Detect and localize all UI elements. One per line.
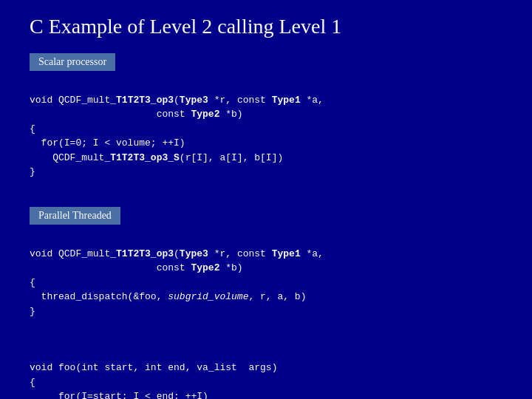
page-title: C Example of Level 2 calling Level 1 bbox=[30, 15, 502, 38]
foo-code: void foo(int start, int end, va_list arg… bbox=[30, 347, 502, 400]
code-line: { bbox=[30, 277, 35, 288]
foo-section: void foo(int start, int end, va_list arg… bbox=[30, 347, 502, 400]
code-line: QCDF_mult_T1T2T3_op3_S(r[I], a[I], b[I]) bbox=[30, 152, 283, 163]
code-line: const Type2 *b) bbox=[30, 262, 243, 273]
code-line: const Type2 *b) bbox=[30, 109, 243, 120]
code-line: void QCDF_mult_T1T2T3_op3(Type3 *r, cons… bbox=[30, 248, 324, 259]
parallel-label: Parallel Threaded bbox=[30, 207, 120, 225]
code-line: } bbox=[30, 166, 35, 177]
code-line: } bbox=[30, 306, 35, 317]
page-container: C Example of Level 2 calling Level 1 Sca… bbox=[0, 0, 532, 399]
code-line: void foo(int start, int end, va_list arg… bbox=[30, 362, 277, 373]
code-line: for(I=start; I < end; ++I) bbox=[30, 391, 208, 399]
scalar-section: Scalar processor void QCDF_mult_T1T2T3_o… bbox=[30, 53, 502, 194]
code-line: for(I=0; I < volume; ++I) bbox=[30, 137, 185, 149]
code-line: { bbox=[30, 123, 35, 134]
code-line: { bbox=[30, 377, 35, 388]
scalar-label: Scalar processor bbox=[30, 53, 115, 71]
scalar-code: void QCDF_mult_T1T2T3_op3(Type3 *r, cons… bbox=[30, 78, 502, 194]
parallel-section: Parallel Threaded void QCDF_mult_T1T2T3_… bbox=[30, 207, 502, 333]
parallel-code: void QCDF_mult_T1T2T3_op3(Type3 *r, cons… bbox=[30, 232, 502, 333]
code-line: thread_dispatch(&foo, subgrid_volume, r,… bbox=[30, 291, 306, 302]
code-line: void QCDF_mult_T1T2T3_op3(Type3 *r, cons… bbox=[30, 95, 324, 106]
